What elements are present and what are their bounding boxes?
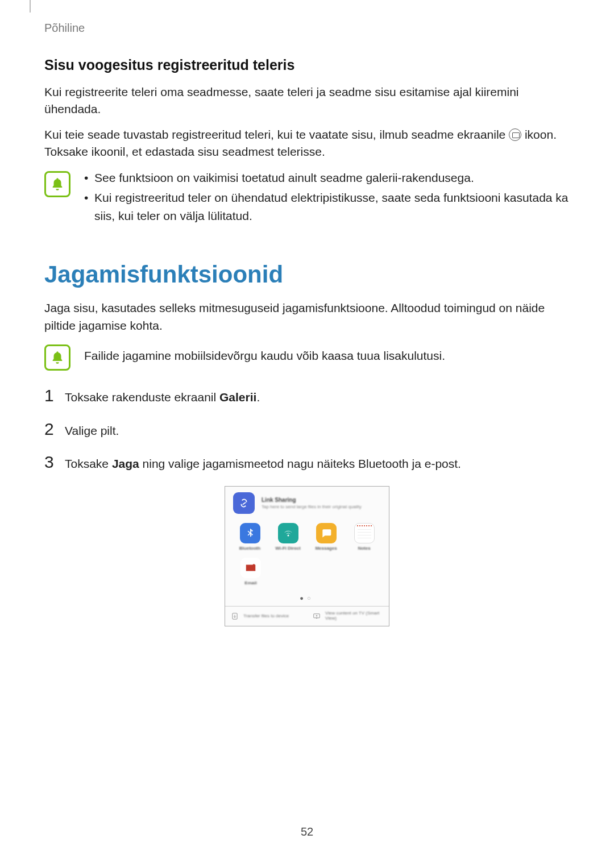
note-text-1: See funktsioon on vaikimisi toetatud ain… bbox=[94, 169, 474, 187]
para-icon-pre: Kui teie seade tuvastab registreeritud t… bbox=[44, 128, 509, 141]
svg-point-0 bbox=[252, 564, 255, 567]
share-app-bluetooth: Bluetooth bbox=[232, 523, 268, 551]
para-sharing-intro: Jaga sisu, kasutades selleks mitmesuguse… bbox=[44, 300, 570, 334]
note-text-2: Kui registreeritud teler on ühendatud el… bbox=[94, 189, 570, 225]
share-app-messages: Messages bbox=[308, 523, 344, 551]
share-app-notes: Notes bbox=[346, 523, 382, 551]
step-3-text: Toksake Jaga ning valige jagamismeetod n… bbox=[65, 453, 461, 472]
messages-label: Messages bbox=[315, 546, 337, 551]
link-sharing-subtitle: Tap here to send large files in their or… bbox=[262, 504, 362, 510]
bell-icon bbox=[44, 344, 70, 371]
heading-sharing: Jagamisfunktsioonid bbox=[44, 261, 570, 288]
note-block-2: Failide jagamine mobiilsidevõrgu kaudu v… bbox=[44, 342, 570, 371]
page-number: 52 bbox=[0, 825, 614, 838]
share-app-wifidirect: Wi-Fi Direct bbox=[270, 523, 306, 551]
para-icon-appears: Kui teie seade tuvastab registreeritud t… bbox=[44, 126, 570, 161]
messages-icon bbox=[316, 523, 337, 543]
step-1-text: Toksake rakenduste ekraanil Galerii. bbox=[65, 387, 260, 406]
step-3-post: ning valige jagamismeetod nagu näiteks B… bbox=[139, 457, 461, 470]
step-1-pre: Toksake rakenduste ekraanil bbox=[65, 391, 219, 404]
cast-icon bbox=[509, 128, 521, 141]
smart-view-item: View content on TV (Smart View) bbox=[307, 607, 389, 626]
steps-list: 1 Toksake rakenduste ekraanil Galerii. 2… bbox=[44, 387, 570, 472]
email-icon bbox=[240, 558, 261, 578]
email-label: Email bbox=[244, 580, 256, 585]
note-list-1: • See funktsioon on vaikimisi toetatud a… bbox=[84, 169, 570, 227]
transfer-files-item: Transfer files to device bbox=[225, 607, 307, 626]
notes-icon bbox=[354, 523, 375, 543]
wifi-direct-label: Wi-Fi Direct bbox=[275, 546, 300, 551]
bell-icon bbox=[44, 171, 70, 197]
share-sheet: Link Sharing Tap here to send large file… bbox=[225, 486, 389, 626]
smart-view-label: View content on TV (Smart View) bbox=[325, 611, 383, 621]
share-apps-grid: Bluetooth Wi-Fi Direct Messages bbox=[225, 520, 389, 556]
share-apps-row2: Email bbox=[225, 556, 389, 592]
step-3-pre: Toksake bbox=[65, 457, 112, 470]
subheading-stream: Sisu voogesitus registreeritud teleris bbox=[44, 57, 570, 73]
note-block-1: • See funktsioon on vaikimisi toetatud a… bbox=[44, 169, 570, 227]
running-header: Põhiline bbox=[44, 22, 85, 35]
link-sharing-text: Link Sharing Tap here to send large file… bbox=[262, 497, 362, 510]
step-2-text: Valige pilt. bbox=[65, 420, 119, 439]
bluetooth-icon bbox=[240, 523, 260, 543]
share-app-email: Email bbox=[232, 558, 269, 585]
link-sharing-icon bbox=[233, 492, 255, 514]
transfer-files-label: Transfer files to device bbox=[243, 614, 289, 619]
share-sheet-bottom: Transfer files to device View content on… bbox=[225, 606, 389, 626]
share-sheet-figure: Link Sharing Tap here to send large file… bbox=[225, 486, 389, 626]
step-number-3: 3 bbox=[44, 454, 57, 471]
wifi-direct-icon bbox=[278, 523, 298, 543]
step-number-1: 1 bbox=[44, 387, 57, 404]
page-indicator-dots: ●○ bbox=[225, 592, 389, 606]
step-1-bold: Galerii bbox=[219, 391, 256, 404]
step-1-post: . bbox=[256, 391, 260, 404]
bluetooth-label: Bluetooth bbox=[239, 546, 260, 551]
note-mobile-data: Failide jagamine mobiilsidevõrgu kaudu v… bbox=[84, 342, 570, 371]
notes-label: Notes bbox=[358, 546, 370, 551]
bullet-dot: • bbox=[84, 189, 88, 225]
bullet-dot: • bbox=[84, 169, 88, 187]
link-sharing-row: Link Sharing Tap here to send large file… bbox=[225, 487, 389, 520]
step-number-2: 2 bbox=[44, 421, 57, 438]
link-sharing-title: Link Sharing bbox=[262, 497, 362, 503]
para-register: Kui registreerite teleri oma seadmesse, … bbox=[44, 84, 570, 118]
top-divider bbox=[30, 0, 31, 13]
main-content: Sisu voogesitus registreeritud teleris K… bbox=[44, 57, 570, 626]
step-3-bold: Jaga bbox=[112, 457, 139, 470]
